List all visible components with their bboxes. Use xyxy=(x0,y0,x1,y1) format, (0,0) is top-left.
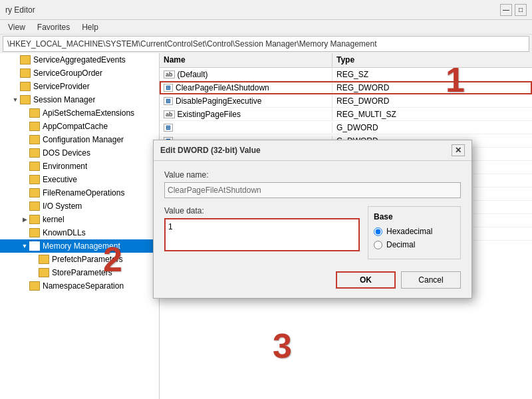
tree-arrow xyxy=(11,55,20,65)
tree-item-configmgr[interactable]: Configuration Manager xyxy=(0,133,159,146)
folder-icon xyxy=(29,215,40,224)
tree-item-storeparams[interactable]: StoreParameters xyxy=(0,266,159,279)
folder-icon xyxy=(20,55,31,65)
tree-item-kernel[interactable]: ▶ kernel xyxy=(0,213,159,226)
folder-icon xyxy=(29,148,40,158)
radio-decimal-row: Decimal xyxy=(374,240,455,249)
folder-icon xyxy=(29,175,40,184)
table-row[interactable]: ab ExistingPageFiles REG_MULTI_SZ xyxy=(160,108,532,121)
value-name-label: Value name: xyxy=(164,170,461,180)
reg-name-cell: ab ExistingPageFiles xyxy=(160,108,332,120)
window-title: ry Editor xyxy=(5,5,35,15)
menu-view[interactable]: View xyxy=(3,21,31,33)
tree-item-serviceprovider[interactable]: ServiceProvider xyxy=(0,80,159,93)
folder-icon xyxy=(29,135,40,144)
reg-name: ExistingPageFiles xyxy=(178,110,241,119)
address-bar: \HKEY_LOCAL_MACHINE\SYSTEM\CurrentContro… xyxy=(3,36,529,52)
tree-arrow xyxy=(20,148,29,158)
window-controls: — □ xyxy=(500,4,527,16)
col-type-header: Type xyxy=(332,53,532,67)
value-data-input[interactable] xyxy=(168,222,356,231)
table-row[interactable]: ⊞ ClearPageFileAtShutdown REG_DWORD xyxy=(160,81,532,94)
reg-name: ClearPageFileAtShutdown xyxy=(176,83,269,92)
tree-item-memorymanagement[interactable]: ▼ Memory Management xyxy=(0,239,159,253)
radio-hexadecimal[interactable] xyxy=(374,227,382,236)
radio-decimal-label: Decimal xyxy=(386,240,415,249)
minimize-button[interactable]: — xyxy=(500,4,512,16)
tree-item-dosdevices[interactable]: DOS Devices xyxy=(0,146,159,160)
tree-arrow xyxy=(29,268,39,277)
reg-name-cell: ⊞ xyxy=(160,122,332,133)
dialog-title-text: Edit DWORD (32-bit) Value xyxy=(160,146,261,155)
tree-label: Configuration Manager xyxy=(43,135,124,144)
title-bar: ry Editor — □ xyxy=(0,0,532,20)
tree-item-apisetschema[interactable]: ApiSetSchemaExtensions xyxy=(0,106,159,120)
tree-item-appcompatcache[interactable]: AppCompatCache xyxy=(0,120,159,133)
value-data-area: Value data: xyxy=(164,206,360,259)
tree-label: FileRenameOperations xyxy=(43,188,124,198)
folder-icon xyxy=(20,95,31,104)
tree-arrow xyxy=(29,255,39,264)
tree-label: PrefetchParameters xyxy=(52,255,123,264)
reg-name: DisablePagingExecutive xyxy=(176,96,261,106)
tree-item-environment[interactable]: Environment xyxy=(0,160,159,173)
column-header: Name Type xyxy=(160,53,532,68)
radio-decimal[interactable] xyxy=(374,241,382,249)
tree-label: Memory Management xyxy=(43,241,120,251)
tree-arrow xyxy=(20,135,29,144)
tree-label: NamespaceSeparation xyxy=(43,281,124,291)
tree-arrow xyxy=(20,188,29,198)
table-row[interactable]: ⊞ DisablePagingExecutive REG_DWORD xyxy=(160,94,532,108)
folder-icon xyxy=(39,268,49,277)
tree-label: ApiSetSchemaExtensions xyxy=(43,108,134,118)
tree-item-serviceaggregatedevents[interactable]: ServiceAggregatedEvents xyxy=(0,53,159,66)
tree-expand-arrow: ▶ xyxy=(20,215,29,224)
tree-expand-arrow: ▼ xyxy=(11,95,20,104)
table-row[interactable]: ⊞ G_DWORD xyxy=(160,121,532,134)
maximize-button[interactable]: □ xyxy=(515,4,527,16)
reg-name: (Default) xyxy=(178,70,208,79)
radio-hexadecimal-row: Hexadecimal xyxy=(374,227,455,236)
folder-icon xyxy=(29,108,40,118)
folder-icon xyxy=(29,281,40,291)
dialog-title-bar: Edit DWORD (32-bit) Value ✕ xyxy=(154,140,471,161)
value-name-input[interactable] xyxy=(164,182,461,198)
tree-item-knowndlls[interactable]: KnownDLLs xyxy=(0,226,159,239)
dialog-close-button[interactable]: ✕ xyxy=(452,144,465,156)
base-area: Base Hexadecimal Decimal xyxy=(368,206,461,259)
value-data-label: Value data: xyxy=(164,206,360,215)
tree-item-namespacesep[interactable]: NamespaceSeparation xyxy=(0,279,159,293)
cancel-button[interactable]: Cancel xyxy=(401,271,461,289)
tree-label: StoreParameters xyxy=(52,268,112,277)
folder-open-icon xyxy=(29,241,40,251)
menu-help[interactable]: Help xyxy=(76,21,104,33)
tree-arrow xyxy=(20,201,29,211)
reg-icon-dword: ⊞ xyxy=(164,84,173,92)
folder-icon xyxy=(20,82,31,91)
reg-type-cell: REG_DWORD xyxy=(332,82,532,94)
edit-dword-dialog: Edit DWORD (32-bit) Value ✕ Value name: … xyxy=(153,140,472,299)
reg-icon-ab: ab xyxy=(164,70,175,78)
menu-favorites[interactable]: Favorites xyxy=(32,21,75,33)
folder-icon xyxy=(20,68,31,78)
tree-label: AppCompatCache xyxy=(43,122,108,131)
tree-item-executive[interactable]: Executive xyxy=(0,173,159,186)
tree-label: KnownDLLs xyxy=(43,228,86,237)
value-data-wrapper xyxy=(164,218,360,251)
tree-label: I/O System xyxy=(43,201,82,211)
tree-label: ServiceAggregatedEvents xyxy=(33,55,126,65)
tree-item-prefetchparams[interactable]: PrefetchParameters xyxy=(0,253,159,266)
tree-item-iosystem[interactable]: I/O System xyxy=(0,200,159,213)
folder-icon xyxy=(29,201,40,211)
ok-button[interactable]: OK xyxy=(336,271,396,289)
tree-item-filerenameops[interactable]: FileRenameOperations xyxy=(0,186,159,200)
folder-icon xyxy=(29,162,40,171)
reg-type-cell: REG_DWORD xyxy=(332,95,532,107)
tree-arrow xyxy=(11,82,20,91)
tree-arrow xyxy=(20,281,29,291)
table-row[interactable]: ab (Default) REG_SZ xyxy=(160,68,532,81)
address-path: \HKEY_LOCAL_MACHINE\SYSTEM\CurrentContro… xyxy=(7,39,377,49)
tree-item-sessionmanager[interactable]: ▼ Session Manager xyxy=(0,93,159,106)
reg-icon-ab: ab xyxy=(164,110,175,118)
tree-item-servicegrouporder[interactable]: ServiceGroupOrder xyxy=(0,66,159,80)
